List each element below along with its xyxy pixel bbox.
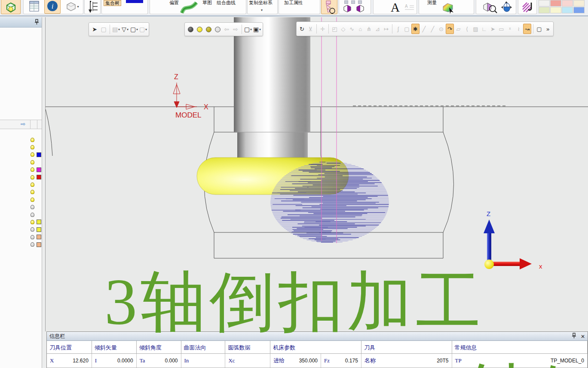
layer-visible-bulb-icon[interactable] [31, 198, 34, 202]
pick-cursor-icon[interactable]: ➤ [90, 24, 99, 34]
dim-entities-bulb[interactable] [213, 24, 222, 34]
view-back-icon[interactable]: ⇦ [222, 24, 231, 34]
tree-button[interactable]: 集合树 [104, 0, 121, 6]
layer-row[interactable] [0, 173, 42, 181]
toggle-display-bulb[interactable] [204, 24, 213, 34]
window-pick-alt-icon[interactable]: ▢▾ [139, 24, 147, 34]
snap-curve-icon[interactable]: ∿ [348, 24, 356, 34]
measure-cube-icon[interactable] [441, 2, 455, 15]
hide-entities-bulb[interactable] [186, 24, 195, 34]
close-icon[interactable]: ✕ [581, 334, 585, 340]
layer-visible-bulb-icon[interactable] [31, 182, 34, 187]
new-document-button[interactable] [1, 0, 21, 14]
zoom-cube-icon[interactable] [482, 1, 498, 15]
layer-hidden-bulb-icon[interactable] [31, 227, 34, 232]
layer-visible-bulb-icon[interactable] [31, 167, 34, 172]
offset-surface-icon[interactable] [179, 1, 199, 15]
tool-axis-icon[interactable]: ⊻ [306, 24, 315, 34]
layer-row[interactable] [0, 143, 42, 151]
layer-visible-bulb-icon[interactable] [31, 160, 34, 164]
show-entities-bulb[interactable] [195, 24, 204, 34]
palette-swatch[interactable] [562, 0, 573, 6]
pick-solid-icon[interactable]: ▢ [99, 24, 108, 34]
window-pick-icon[interactable]: ▢▾ [130, 24, 138, 34]
layer-color-swatch[interactable] [37, 235, 41, 239]
layer-row[interactable] [0, 204, 42, 211]
layer-hidden-bulb-icon[interactable] [31, 242, 34, 247]
refresh-icon[interactable]: ↻ [298, 24, 306, 34]
pick-face-icon[interactable]: ▤▾ [112, 24, 120, 34]
text-style-icon[interactable]: A [404, 3, 415, 12]
overflow-icon[interactable]: » [544, 24, 552, 34]
table-view-button[interactable] [25, 0, 43, 14]
snap-extent-icon[interactable]: ↦ [382, 24, 390, 34]
selection-filter-icon[interactable]: ▽▾ [121, 24, 129, 34]
snap-arc-icon[interactable]: ↷ [446, 24, 454, 34]
snap-circle-icon[interactable]: ⊙ [437, 24, 445, 34]
wireframe-view-icon[interactable]: ▢▾ [244, 24, 252, 34]
text-tool-button[interactable]: A [391, 0, 400, 15]
layer-color-swatch[interactable] [37, 167, 41, 172]
palette-swatch[interactable] [539, 0, 550, 6]
layer-visible-bulb-icon[interactable] [31, 220, 34, 224]
layer-row[interactable] [0, 241, 42, 248]
layer-color-swatch[interactable] [37, 175, 41, 179]
layer-row[interactable] [0, 189, 42, 196]
layer-color-swatch[interactable] [37, 152, 41, 157]
snap-line-icon[interactable]: ╱ [420, 24, 428, 34]
purple-cube-icon[interactable] [343, 4, 354, 15]
snap-point-icon[interactable]: ✱ [411, 24, 420, 34]
layer-hidden-bulb-icon[interactable] [31, 235, 34, 239]
expand-arrow-icon[interactable]: ⇨ [21, 121, 26, 127]
layer-hidden-bulb-icon[interactable] [31, 213, 34, 217]
view-cube-icon[interactable]: ▢ [535, 24, 543, 34]
layer-row[interactable] [0, 218, 42, 226]
machining-attrs-button[interactable]: 加工属性 [279, 0, 320, 14]
layer-row[interactable] [0, 136, 42, 143]
snap-hatch-icon[interactable]: ▨ [472, 24, 480, 34]
layer-row[interactable] [0, 196, 42, 203]
layer-row[interactable] [0, 181, 42, 188]
info-button[interactable]: i [44, 0, 61, 14]
layer-hidden-bulb-icon[interactable] [31, 205, 34, 209]
snap-draft-icon[interactable]: ⊿ [374, 24, 382, 34]
layer-color-swatch[interactable] [37, 220, 41, 224]
layer-visible-bulb-icon[interactable] [31, 175, 34, 179]
layer-row[interactable] [0, 158, 42, 166]
snap-angle-icon[interactable]: ⟨ [463, 24, 471, 34]
snap-box-icon[interactable]: ▢ [403, 24, 411, 34]
sketch-button-label[interactable]: 草图 [202, 0, 212, 5]
pin-icon[interactable] [34, 19, 39, 26]
csys-snap-icon[interactable]: ✛ [318, 24, 327, 34]
view-box-button[interactable]: ▾ [62, 0, 82, 14]
snap-wave-icon[interactable]: ≀ [514, 24, 523, 34]
dimension-button[interactable] [84, 0, 101, 14]
layer-color-swatch[interactable] [37, 242, 41, 247]
layer-row[interactable] [0, 166, 42, 173]
copy-csys-button[interactable]: 复制坐标系 ▾ [247, 0, 278, 14]
layer-visible-bulb-icon[interactable] [31, 145, 34, 149]
layer-color-swatch[interactable] [37, 227, 41, 232]
layer-row[interactable] [0, 226, 42, 233]
hatch-tool-button[interactable] [518, 0, 537, 14]
snap-parallel-icon[interactable]: ▱ [454, 24, 462, 34]
snap-perp-icon[interactable]: ∟ [480, 24, 488, 34]
layer-row[interactable] [0, 211, 42, 218]
palette-swatch[interactable] [562, 7, 573, 13]
palette-swatch[interactable] [550, 7, 561, 13]
palette-swatch[interactable] [539, 7, 550, 13]
layer-visible-bulb-icon[interactable] [31, 152, 34, 157]
layer-visible-bulb-icon[interactable] [31, 138, 34, 142]
snap-line2-icon[interactable]: ╱ [429, 24, 437, 34]
snap-rect-icon[interactable]: ▭ [497, 24, 505, 34]
palette-swatch[interactable] [573, 0, 585, 6]
tap-display-button[interactable] [321, 0, 337, 14]
snap-surface-icon[interactable]: ⌂ [356, 24, 364, 34]
viewport-canvas[interactable]: Z X MODEL Z x ➤▢▤▾▽▾▢▾▢▾ ⇦⇨▢▾▣▾ ↻⊻✛◰◇∿⌂⋔… [45, 17, 588, 331]
composite-curve-button-label[interactable]: 组合曲线 [217, 0, 236, 5]
shaded-view-icon[interactable]: ▣▾ [253, 24, 261, 34]
snap-spline-icon[interactable]: ↝ [523, 24, 531, 34]
palette-swatch[interactable] [573, 7, 585, 13]
mouse-icon[interactable] [500, 1, 513, 15]
view-forward-icon[interactable]: ⇨ [231, 24, 240, 34]
